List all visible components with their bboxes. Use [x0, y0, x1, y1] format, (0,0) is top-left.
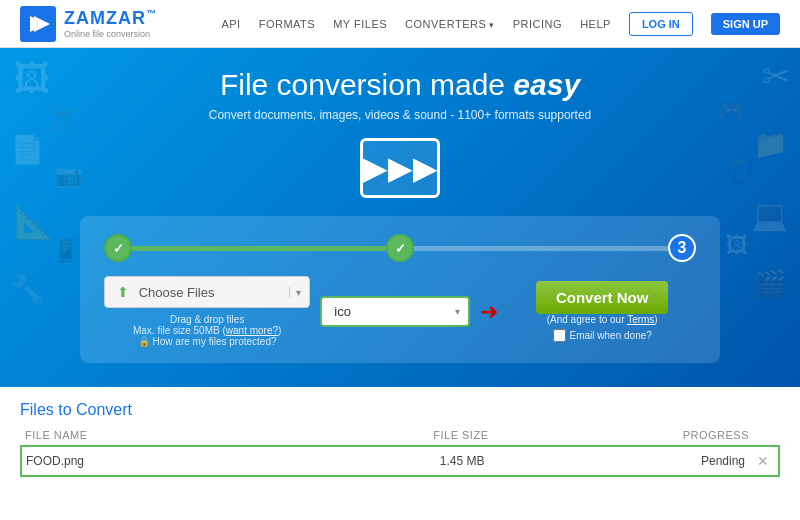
col-filesize: FILE SIZE: [269, 429, 488, 446]
step-2: ✓: [386, 234, 414, 262]
play-icon: ▶▶▶: [363, 152, 438, 184]
step-3: 3: [668, 234, 696, 262]
step-1: ✓: [104, 234, 132, 262]
nav-converters[interactable]: CONVERTERS: [405, 18, 495, 30]
nav-pricing[interactable]: PRICING: [513, 18, 562, 30]
file-hints: Drag & drop files Max. file size 50MB (w…: [104, 314, 310, 347]
hero-subtitle: Convert documents, images, videos & soun…: [0, 108, 800, 122]
steps-bar: ✓ ✓ 3: [104, 234, 696, 262]
nav-my-files[interactable]: MY FILES: [333, 18, 387, 30]
convert-wrapper: Convert Now (And agree to our Terms) Ema…: [508, 281, 696, 342]
choose-files-wrapper: ⬆ Choose Files ▾ Drag & drop files Max. …: [104, 276, 310, 347]
remove-cell: ✕: [749, 446, 779, 476]
svg-marker-1: [34, 16, 50, 32]
header: ZAMZAR™ Online file conversion API FORMA…: [0, 0, 800, 48]
hero-title: File conversion made easy: [0, 68, 800, 102]
step-line-2: [414, 246, 668, 251]
choose-files-button[interactable]: ⬆ Choose Files ▾: [104, 276, 310, 308]
video-box: ▶▶▶: [360, 138, 440, 198]
right-hints: (And agree to our Terms) Email when done…: [547, 314, 658, 342]
col-progress: PROGRESS: [489, 429, 750, 446]
logo: ZAMZAR™ Online file conversion: [20, 6, 157, 42]
nav-formats[interactable]: FORMATS: [259, 18, 315, 30]
table-body: FOOD.png 1.45 MB Pending ✕: [21, 446, 779, 476]
terms-link[interactable]: Terms: [627, 314, 654, 325]
right-arrow-icon: ➜: [480, 299, 498, 324]
files-section: Files to Convert FILE NAME FILE SIZE PRO…: [0, 387, 800, 520]
upload-icon: ⬆: [117, 284, 129, 300]
main-nav: API FORMATS MY FILES CONVERTERS PRICING …: [221, 12, 780, 36]
remove-file-button[interactable]: ✕: [753, 453, 773, 469]
table-row: FOOD.png 1.45 MB Pending ✕: [21, 446, 779, 476]
files-table: FILE NAME FILE SIZE PROGRESS FOOD.png 1.…: [20, 429, 780, 477]
nav-api[interactable]: API: [221, 18, 240, 30]
file-size: 1.45 MB: [269, 446, 488, 476]
conversion-form: ⬆ Choose Files ▾ Drag & drop files Max. …: [104, 276, 696, 347]
logo-text: ZAMZAR™ Online file conversion: [64, 8, 157, 39]
format-wrapper: ico ▾: [320, 296, 470, 327]
logo-tagline: Online file conversion: [64, 29, 157, 39]
logo-icon: [20, 6, 56, 42]
col-filename: FILE NAME: [21, 429, 269, 446]
step-line-1: [132, 246, 386, 251]
want-more-link[interactable]: want more?: [226, 325, 278, 336]
hero-section: 🖼 🎵 📄 📷 📐 📱 🔧 ✂ 🎮 📁 🎵 💻 🖼 🎬 File convers…: [0, 48, 800, 387]
logo-name: ZAMZAR™: [64, 8, 157, 29]
nav-help[interactable]: HELP: [580, 18, 611, 30]
format-select[interactable]: ico ▾: [320, 296, 470, 327]
col-remove: [749, 429, 779, 446]
file-name: FOOD.png: [21, 446, 269, 476]
signup-button[interactable]: SIGN UP: [711, 13, 780, 35]
login-button[interactable]: LOG IN: [629, 12, 693, 36]
convert-now-button[interactable]: Convert Now: [536, 281, 669, 314]
format-dropdown-icon: ▾: [455, 306, 460, 317]
file-progress: Pending: [489, 446, 750, 476]
email-checkbox[interactable]: [553, 329, 566, 342]
dropdown-arrow-icon: ▾: [289, 287, 301, 298]
conversion-widget: ✓ ✓ 3 ⬆ Choose Files ▾: [80, 216, 720, 363]
video-icon: ▶▶▶: [0, 138, 800, 198]
arrow-separator: ➜: [480, 299, 498, 325]
table-header: FILE NAME FILE SIZE PROGRESS: [21, 429, 779, 446]
files-title: Files to Convert: [20, 401, 780, 419]
